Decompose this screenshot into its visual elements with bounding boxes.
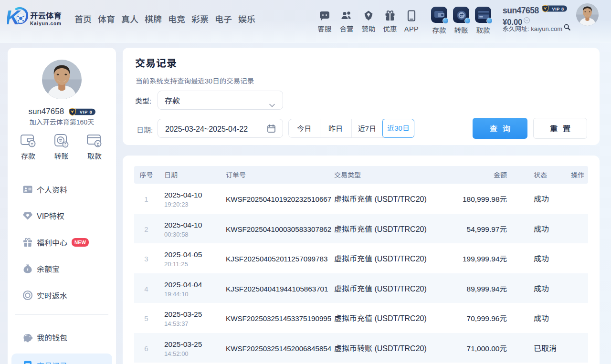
- svg-text:VIP 8: VIP 8: [79, 109, 92, 114]
- svg-text:VIP 8: VIP 8: [552, 7, 564, 11]
